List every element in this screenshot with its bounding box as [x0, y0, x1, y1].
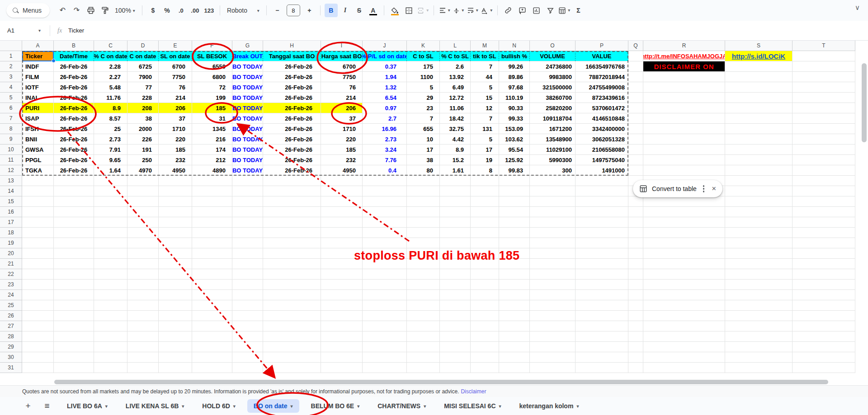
cell-N26[interactable]: [499, 311, 530, 321]
cell-I18[interactable]: [321, 228, 363, 238]
cell-F1[interactable]: SL BESOK: [192, 51, 232, 61]
cell-A14[interactable]: [22, 186, 54, 196]
cell-T27[interactable]: [793, 321, 855, 331]
cell-M28[interactable]: [471, 331, 499, 342]
cell-D26[interactable]: [127, 311, 159, 321]
cell-K10[interactable]: 17: [407, 145, 440, 155]
cell-J24[interactable]: [363, 290, 407, 300]
cell-N8[interactable]: 153.09: [499, 124, 530, 134]
cell-D23[interactable]: [127, 280, 159, 290]
cell-G24[interactable]: [232, 290, 263, 300]
cell-N1[interactable]: bullish %: [499, 51, 530, 61]
cell-J9[interactable]: 2.73: [363, 134, 407, 145]
cell-K7[interactable]: 7: [407, 113, 440, 124]
row-header-26[interactable]: 26: [0, 311, 22, 321]
cell-P29[interactable]: [576, 342, 628, 352]
cell-Q20[interactable]: [628, 248, 643, 259]
cell-Q9[interactable]: [628, 134, 643, 145]
cell-K6[interactable]: 23: [407, 103, 440, 113]
cell-O20[interactable]: [530, 248, 576, 259]
menus-button[interactable]: Menus: [6, 3, 50, 18]
cell-B3[interactable]: 26-Feb-26: [54, 72, 94, 82]
cell-H17[interactable]: [263, 217, 321, 228]
cell-M25[interactable]: [471, 300, 499, 311]
cell-L4[interactable]: 6.49: [440, 82, 471, 93]
row-header-27[interactable]: 27: [0, 321, 22, 331]
cell-L26[interactable]: [440, 311, 471, 321]
cell-F31[interactable]: [192, 363, 232, 373]
cell-O15[interactable]: [530, 196, 576, 207]
cell-O25[interactable]: [530, 300, 576, 311]
cell-L22[interactable]: [440, 269, 471, 280]
cell-H11[interactable]: 26-Feb-26: [263, 155, 321, 165]
cell-E8[interactable]: 1710: [159, 124, 192, 134]
table-views-button[interactable]: ▾: [558, 4, 571, 17]
vertical-scrollbar[interactable]: [862, 63, 867, 142]
col-header-R[interactable]: R: [643, 41, 725, 51]
cell-D12[interactable]: 4970: [127, 165, 159, 176]
cell-M9[interactable]: 5: [471, 134, 499, 145]
cell-I25[interactable]: [321, 300, 363, 311]
cell-H1[interactable]: Tanggal saat BO: [263, 51, 321, 61]
cell-K25[interactable]: [407, 300, 440, 311]
cell-R28[interactable]: [643, 331, 725, 342]
cell-N23[interactable]: [499, 280, 530, 290]
cell-F18[interactable]: [192, 228, 232, 238]
col-header-T[interactable]: T: [793, 41, 855, 51]
cell-H20[interactable]: [263, 248, 321, 259]
cell-A15[interactable]: [22, 196, 54, 207]
cell-D30[interactable]: [127, 352, 159, 363]
cell-A3[interactable]: FILM: [22, 72, 54, 82]
cell-G27[interactable]: [232, 321, 263, 331]
merge-cells-button[interactable]: ▾: [416, 4, 429, 17]
cell-S9[interactable]: [725, 134, 793, 145]
cell-P13[interactable]: [576, 176, 628, 186]
cell-M4[interactable]: 5: [471, 82, 499, 93]
cell-G6[interactable]: BO TODAY: [232, 103, 263, 113]
cell-H2[interactable]: 26-Feb-26: [263, 61, 321, 72]
cell-P28[interactable]: [576, 331, 628, 342]
cell-K24[interactable]: [407, 290, 440, 300]
cell-E28[interactable]: [159, 331, 192, 342]
cell-J1[interactable]: % P/L sd on date: [363, 51, 407, 61]
cell-Q6[interactable]: [628, 103, 643, 113]
cell-G25[interactable]: [232, 300, 263, 311]
cell-O8[interactable]: 1671200: [530, 124, 576, 134]
decrease-font-size-button[interactable]: −: [271, 4, 284, 17]
cell-E19[interactable]: [159, 238, 192, 248]
cell-C6[interactable]: 8.9: [94, 103, 127, 113]
cell-Q11[interactable]: [628, 155, 643, 165]
cell-J10[interactable]: 3.24: [363, 145, 407, 155]
cell-P9[interactable]: 3062051328: [576, 134, 628, 145]
cell-K11[interactable]: 38: [407, 155, 440, 165]
cell-O30[interactable]: [530, 352, 576, 363]
cell-N17[interactable]: [499, 217, 530, 228]
sheet-tab-belum-bo-6e[interactable]: BELUM BO 6E▾: [305, 399, 366, 413]
sheet-tab-keterangan-kolom[interactable]: keterangan kolom▾: [513, 399, 585, 413]
cell-M5[interactable]: 15: [471, 93, 499, 103]
cell-F3[interactable]: 6800: [192, 72, 232, 82]
cell-B25[interactable]: [54, 300, 94, 311]
cell-S17[interactable]: [725, 217, 793, 228]
all-sheets-icon[interactable]: ≡: [39, 399, 55, 413]
row-header-8[interactable]: 8: [0, 124, 22, 134]
cell-T2[interactable]: [793, 61, 855, 72]
cell-L24[interactable]: [440, 290, 471, 300]
chevron-down-icon[interactable]: ▾: [105, 404, 108, 409]
col-header-P[interactable]: P: [576, 41, 628, 51]
cell-S16[interactable]: [725, 207, 793, 217]
cell-Q23[interactable]: [628, 280, 643, 290]
cell-G18[interactable]: [232, 228, 263, 238]
cell-F22[interactable]: [192, 269, 232, 280]
cell-H15[interactable]: [263, 196, 321, 207]
cell-L1[interactable]: % C to SL: [440, 51, 471, 61]
cell-C1[interactable]: % C on date: [94, 51, 127, 61]
cell-E18[interactable]: [159, 228, 192, 238]
cell-R22[interactable]: [643, 269, 725, 280]
cell-N31[interactable]: [499, 363, 530, 373]
cell-G14[interactable]: [232, 186, 263, 196]
cell-L31[interactable]: [440, 363, 471, 373]
cell-L6[interactable]: 11.06: [440, 103, 471, 113]
cell-D2[interactable]: 6725: [127, 61, 159, 72]
cell-N18[interactable]: [499, 228, 530, 238]
